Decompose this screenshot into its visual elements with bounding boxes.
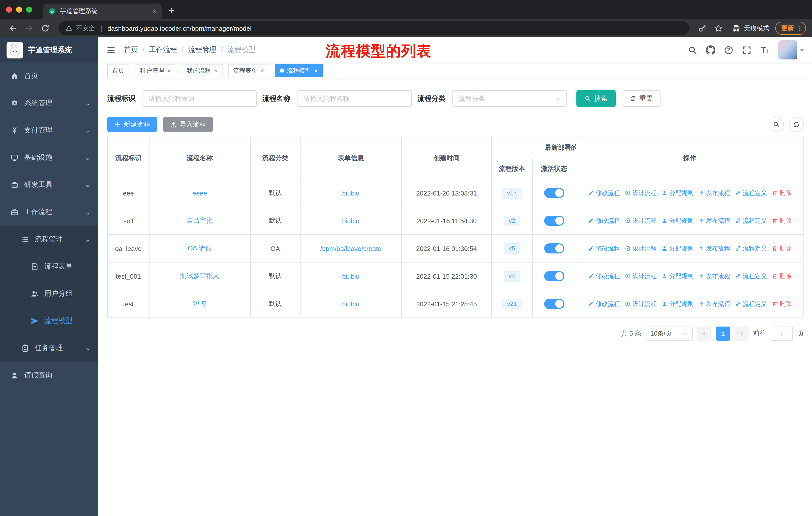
action-publish-link[interactable]: 发布流程 — [698, 272, 730, 280]
menu-dots-icon[interactable] — [795, 24, 803, 32]
github-icon[interactable] — [706, 45, 715, 55]
app-logo[interactable]: 芋道管理系统 — [0, 37, 98, 62]
action-design-link[interactable]: 设计流程 — [625, 189, 657, 197]
page-size-select[interactable]: 10条/页 — [646, 327, 693, 341]
action-delete-link[interactable]: 删除 — [772, 300, 792, 308]
hamburger-icon[interactable] — [106, 45, 116, 55]
close-icon[interactable]: × — [167, 67, 171, 74]
action-definition-link[interactable]: 流程定义 — [735, 216, 767, 225]
action-assign-link[interactable]: 分配规则 — [662, 244, 693, 253]
fullscreen-icon[interactable] — [742, 45, 752, 55]
action-assign-link[interactable]: 分配规则 — [662, 300, 693, 308]
action-edit-link[interactable]: 修改流程 — [588, 272, 620, 280]
sidebar-item-process-management[interactable]: 流程管理 — [0, 226, 98, 253]
form-link[interactable]: biubiu — [342, 189, 359, 197]
sidebar-item-workflow[interactable]: 工作流程 — [0, 198, 98, 226]
form-link[interactable]: biubiu — [342, 300, 359, 308]
action-design-link[interactable]: 设计流程 — [625, 300, 657, 308]
active-toggle[interactable] — [544, 243, 564, 253]
back-icon[interactable] — [8, 24, 18, 33]
help-icon[interactable] — [724, 45, 733, 55]
action-edit-link[interactable]: 修改流程 — [588, 300, 620, 308]
minimize-window-button[interactable] — [16, 6, 22, 12]
tab-close-icon[interactable]: × — [152, 8, 156, 15]
action-assign-link[interactable]: 分配规则 — [662, 189, 693, 197]
active-toggle[interactable] — [544, 188, 564, 198]
sidebar-item-process-model[interactable]: 流程模型 — [0, 307, 98, 334]
form-link[interactable]: /bpm/oa/leave/create — [320, 245, 381, 252]
breadcrumb-item[interactable]: 流程管理 — [188, 45, 216, 54]
process-name-link[interactable]: eeee — [193, 189, 207, 197]
sidebar-item-infrastructure[interactable]: 基础设施 — [0, 144, 98, 171]
toggle-search-button[interactable] — [769, 117, 784, 132]
font-size-icon[interactable] — [760, 45, 770, 55]
prev-page-button[interactable] — [697, 327, 711, 341]
breadcrumb-item[interactable]: 首页 — [124, 45, 138, 54]
action-publish-link[interactable]: 发布流程 — [698, 216, 730, 225]
action-edit-link[interactable]: 修改流程 — [588, 216, 620, 225]
action-delete-link[interactable]: 删除 — [772, 272, 792, 280]
process-name-link[interactable]: OA 请假 — [188, 244, 212, 252]
current-page[interactable]: 1 — [716, 327, 730, 341]
sidebar-item-payment-management[interactable]: 支付管理 — [0, 117, 98, 144]
active-toggle[interactable] — [544, 216, 564, 226]
goto-page-input[interactable] — [771, 327, 793, 341]
process-name-link[interactable]: 测试多审批人 — [180, 272, 219, 280]
process-name-link[interactable]: 自己审批 — [186, 217, 213, 224]
active-toggle[interactable] — [544, 271, 564, 281]
forward-icon[interactable] — [25, 24, 34, 33]
filter-name-input[interactable] — [297, 90, 412, 107]
action-definition-link[interactable]: 流程定义 — [735, 272, 767, 280]
action-definition-link[interactable]: 流程定义 — [735, 189, 767, 197]
action-design-link[interactable]: 设计流程 — [625, 272, 657, 280]
action-definition-link[interactable]: 流程定义 — [735, 300, 767, 308]
next-page-button[interactable] — [734, 327, 749, 341]
action-definition-link[interactable]: 流程定义 — [735, 244, 767, 253]
sidebar-item-process-form[interactable]: 流程表单 — [0, 253, 98, 280]
sidebar-item-task-management[interactable]: 任务管理 — [0, 334, 98, 362]
form-link[interactable]: biubiu — [342, 272, 359, 280]
close-window-button[interactable] — [6, 6, 12, 12]
create-process-button[interactable]: 新建流程 — [107, 117, 157, 132]
active-toggle[interactable] — [544, 299, 564, 309]
update-button[interactable]: 更新 — [775, 22, 806, 35]
tag-tenant-management[interactable]: 租户管理× — [135, 64, 176, 77]
tag-process-form[interactable]: 流程表单× — [228, 64, 269, 77]
form-link[interactable]: biubiu — [342, 217, 359, 224]
tag-process-model[interactable]: 流程模型× — [275, 64, 323, 77]
action-assign-link[interactable]: 分配规则 — [662, 272, 693, 280]
action-delete-link[interactable]: 删除 — [772, 189, 792, 197]
user-menu[interactable] — [778, 40, 804, 59]
action-delete-link[interactable]: 删除 — [772, 244, 792, 253]
action-design-link[interactable]: 设计流程 — [625, 216, 657, 225]
action-assign-link[interactable]: 分配规则 — [662, 216, 693, 225]
security-warning-icon[interactable] — [65, 25, 72, 32]
action-edit-link[interactable]: 修改流程 — [588, 244, 620, 253]
close-icon[interactable]: × — [214, 67, 218, 74]
action-publish-link[interactable]: 发布流程 — [698, 300, 730, 308]
browser-tab[interactable]: 芋道管理系统 × — [43, 3, 162, 19]
import-process-button[interactable]: 导入流程 — [163, 117, 213, 132]
action-design-link[interactable]: 设计流程 — [625, 244, 657, 253]
close-icon[interactable]: × — [314, 67, 318, 74]
action-publish-link[interactable]: 发布流程 — [698, 189, 730, 197]
new-tab-button[interactable]: + — [162, 5, 181, 17]
breadcrumb-item[interactable]: 工作流程 — [149, 45, 177, 54]
url-bar[interactable]: 不安全 dashboard.yudao.iocoder.cn/bpm/manag… — [58, 21, 689, 35]
zoom-window-button[interactable] — [26, 6, 32, 12]
sidebar-item-leave-query[interactable]: 请假查询 — [0, 362, 98, 389]
refresh-table-button[interactable] — [789, 117, 804, 132]
sidebar-item-system-management[interactable]: 系统管理 — [0, 90, 98, 117]
tag-my-process[interactable]: 我的流程× — [181, 64, 223, 77]
sidebar-item-user-group[interactable]: 用户分组 — [0, 280, 98, 307]
reload-icon[interactable] — [41, 24, 50, 33]
search-button[interactable]: 搜索 — [576, 90, 616, 107]
action-publish-link[interactable]: 发布流程 — [698, 244, 730, 253]
action-edit-link[interactable]: 修改流程 — [588, 189, 620, 197]
tag-home[interactable]: 首页 — [107, 64, 129, 77]
process-name-link[interactable]: 滔博 — [193, 300, 206, 307]
action-delete-link[interactable]: 删除 — [772, 216, 792, 225]
close-icon[interactable]: × — [260, 67, 264, 74]
search-icon[interactable] — [688, 45, 697, 55]
bookmark-star-icon[interactable] — [714, 24, 723, 33]
